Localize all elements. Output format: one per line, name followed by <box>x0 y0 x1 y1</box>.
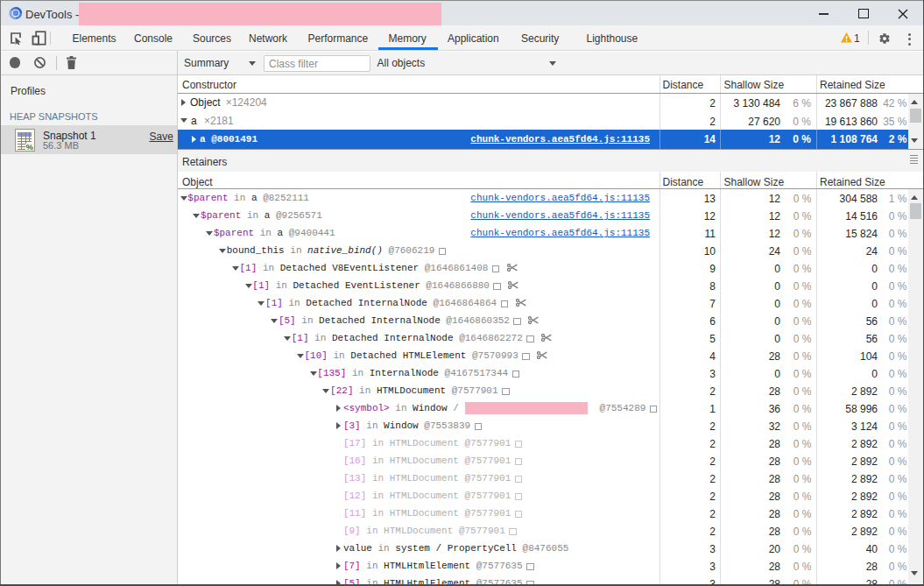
svg-text:%: % <box>26 142 34 152</box>
